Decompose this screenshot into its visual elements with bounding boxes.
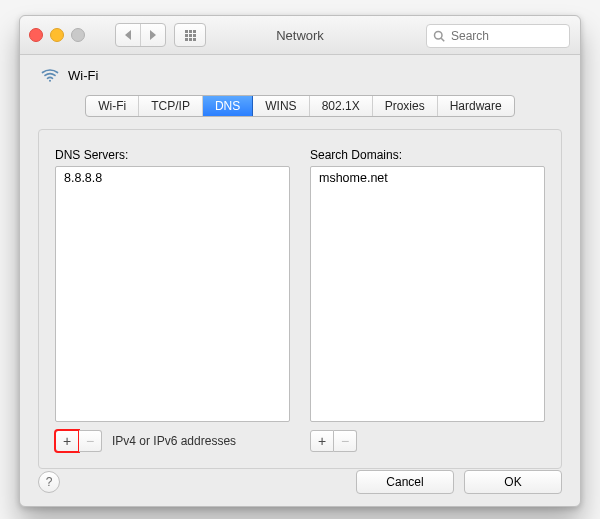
wifi-icon [40, 65, 60, 85]
close-icon[interactable] [29, 28, 43, 42]
tab-dns[interactable]: DNS [203, 96, 253, 116]
forward-button[interactable] [141, 24, 165, 46]
svg-point-2 [49, 80, 51, 82]
titlebar: Network [20, 16, 580, 55]
search-domains-column: Search Domains: mshome.net + − [310, 148, 545, 452]
chevron-right-icon [150, 30, 156, 40]
preferences-window: Network Wi-Fi Wi-Fi TCP/IP DNS WINS [19, 15, 581, 507]
nav-segmented [115, 23, 166, 47]
toolbar-nav [115, 23, 206, 47]
minimize-icon[interactable] [50, 28, 64, 42]
zoom-icon [71, 28, 85, 42]
tab-wins[interactable]: WINS [253, 96, 309, 116]
ok-button[interactable]: OK [464, 470, 562, 494]
tab-tcpip[interactable]: TCP/IP [139, 96, 203, 116]
help-button[interactable]: ? [38, 471, 60, 493]
search-input[interactable] [449, 28, 548, 44]
minus-icon: − [341, 433, 349, 449]
list-item[interactable]: mshome.net [311, 167, 544, 189]
back-button[interactable] [116, 24, 141, 46]
dns-pane: DNS Servers: 8.8.8.8 + − [38, 129, 562, 469]
grid-icon [185, 30, 196, 41]
dns-servers-label: DNS Servers: [55, 148, 290, 162]
dns-hint: IPv4 or IPv6 addresses [112, 434, 236, 448]
chevron-left-icon [125, 30, 131, 40]
help-icon: ? [46, 475, 53, 489]
remove-dns-server-button: − [79, 430, 102, 452]
list-item[interactable]: 8.8.8.8 [56, 167, 289, 189]
search-icon [433, 30, 445, 42]
connection-name: Wi-Fi [68, 68, 98, 83]
tab-8021x[interactable]: 802.1X [310, 96, 373, 116]
dns-servers-list[interactable]: 8.8.8.8 [55, 166, 290, 422]
tab-hardware[interactable]: Hardware [438, 96, 514, 116]
svg-line-1 [441, 38, 444, 41]
show-all-button[interactable] [174, 23, 206, 47]
tab-bar: Wi-Fi TCP/IP DNS WINS 802.1X Proxies Har… [20, 95, 580, 117]
search-domains-list[interactable]: mshome.net [310, 166, 545, 422]
dns-servers-column: DNS Servers: 8.8.8.8 + − [55, 148, 290, 452]
minus-icon: − [86, 433, 94, 449]
connection-header: Wi-Fi [20, 55, 580, 85]
cancel-button[interactable]: Cancel [356, 470, 454, 494]
tab-proxies[interactable]: Proxies [373, 96, 438, 116]
tab-wifi[interactable]: Wi-Fi [86, 96, 139, 116]
search-field[interactable] [426, 24, 570, 48]
svg-point-0 [435, 32, 443, 40]
plus-icon: + [63, 433, 71, 449]
add-dns-server-button[interactable]: + [55, 430, 79, 452]
bottom-bar: ? Cancel OK [38, 470, 562, 494]
traffic-lights [29, 28, 85, 42]
plus-icon: + [318, 433, 326, 449]
remove-search-domain-button: − [334, 430, 357, 452]
search-domains-label: Search Domains: [310, 148, 545, 162]
add-search-domain-button[interactable]: + [310, 430, 334, 452]
